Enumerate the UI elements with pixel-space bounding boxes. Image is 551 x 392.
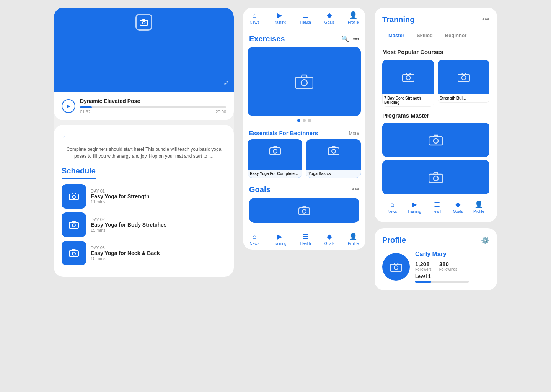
bottom-nav: ⌂ News ▶ Training ☰ Health ◆ Goals 👤 Pro…	[243, 229, 365, 250]
svg-point-21	[434, 139, 438, 143]
schedule-info-1: DAY 01 Easy Yoga for Strength 11 mins	[91, 189, 226, 204]
tabs-row: Master Skilled Beginner	[382, 30, 489, 42]
schedule-item-2[interactable]: DAY 02 Easy Yoga for Body Stretches 15 m…	[62, 212, 226, 237]
more-link[interactable]: More	[349, 131, 359, 136]
carousel-slide[interactable]	[248, 47, 361, 116]
svg-rect-0	[140, 20, 148, 25]
right-health-icon: ☰	[434, 200, 440, 209]
bottom-nav-training[interactable]: ▶ Training	[273, 232, 287, 246]
schedule-day-1: DAY 01	[91, 189, 226, 193]
carousel-dots	[248, 119, 361, 122]
level-label: Level 1	[415, 274, 489, 279]
description-text: Complete beginners should start here! Th…	[62, 146, 226, 160]
svg-rect-4	[69, 222, 78, 228]
svg-rect-22	[429, 174, 443, 183]
program-card-1[interactable]	[382, 122, 489, 157]
schedule-item-3[interactable]: DAY 03 Easy Yoga for Neck & Back 10 mins	[62, 241, 226, 265]
followings-stat: 380 Followings	[439, 261, 457, 271]
svg-point-15	[302, 209, 306, 213]
back-button[interactable]: ←	[62, 132, 226, 141]
schedule-thumb-2	[62, 212, 86, 237]
middle-panel: ⌂ News ▶ Training ☰ Health ◆ Goals 👤 Pro…	[243, 8, 365, 250]
essentials-label-1: Easy Yoga For Complete...	[248, 170, 302, 178]
svg-point-7	[72, 252, 75, 255]
profile-stats: 1,208 Followers 380 Followings	[415, 261, 489, 271]
right-nav-profile[interactable]: 👤 Profile	[473, 200, 484, 214]
svg-point-19	[461, 76, 466, 80]
bottom-nav-profile[interactable]: 👤 Profile	[348, 232, 359, 246]
popular-card-2[interactable]: Strength Bui...	[438, 60, 489, 107]
play-button[interactable]: ▶	[62, 99, 75, 113]
essentials-card-1[interactable]: Easy Yoga For Complete...	[248, 139, 302, 178]
nav-news[interactable]: ⌂ News	[250, 11, 259, 24]
tab-master[interactable]: Master	[382, 30, 411, 42]
right-nav-health[interactable]: ☰ Health	[432, 200, 443, 214]
schedule-thumb-3	[62, 241, 86, 265]
svg-rect-20	[429, 137, 443, 145]
camera-icon	[135, 14, 152, 31]
svg-rect-12	[328, 148, 339, 155]
most-popular-label: Most Popular Courses	[382, 49, 489, 55]
goals-section: Goals •••	[243, 181, 365, 229]
goals-more-icon[interactable]: •••	[352, 186, 359, 194]
tab-skilled[interactable]: Skilled	[411, 30, 439, 42]
nav-training[interactable]: ▶ Training	[273, 11, 287, 24]
training-title: Tranning	[382, 15, 414, 24]
settings-icon[interactable]: ⚙️	[481, 236, 489, 245]
tab-beginner[interactable]: Beginner	[439, 30, 473, 42]
svg-rect-6	[69, 251, 78, 256]
search-icon[interactable]: 🔍	[341, 35, 349, 42]
followings-count: 380	[439, 261, 457, 267]
bottom-nav-health[interactable]: ☰ Health	[300, 232, 311, 246]
profile-title: Profile	[382, 236, 406, 245]
nav-health[interactable]: ☰ Health	[300, 11, 311, 24]
total-time: 20:00	[215, 109, 226, 114]
fullscreen-button[interactable]: ⤢	[223, 79, 229, 87]
dot-2[interactable]	[303, 119, 306, 122]
schedule-title: Schedule	[62, 167, 96, 179]
programs-label: Programs Master	[382, 112, 489, 119]
play-icon: ▶	[277, 11, 282, 20]
svg-rect-8	[295, 77, 313, 88]
current-time: 01:32	[80, 109, 91, 114]
schedule-name-1: Easy Yoga for Strength	[91, 193, 226, 199]
goals-header: Goals •••	[249, 185, 359, 194]
bottom-nav-news[interactable]: ⌂ News	[250, 233, 259, 246]
right-nav-goals[interactable]: ◆ Goals	[453, 200, 463, 214]
schedule-name-2: Easy Yoga for Body Stretches	[91, 222, 226, 228]
popular-grid: 7 Day Core Strength Building Strength Bu…	[382, 60, 489, 107]
profile-user-info: Carly Mary 1,208 Followers 380 Following…	[415, 251, 489, 283]
progress-bar-container[interactable]	[80, 106, 226, 108]
goals-card[interactable]	[249, 198, 359, 223]
followers-count: 1,208	[415, 261, 432, 267]
schedule-item-1[interactable]: DAY 01 Easy Yoga for Strength 11 mins	[62, 184, 226, 209]
health-icon: ☰	[302, 11, 308, 20]
exercises-header: Exercises 🔍 •••	[243, 28, 365, 47]
avatar	[382, 253, 410, 281]
right-nav-news[interactable]: ⌂ News	[388, 201, 397, 214]
bottom-profile-icon: 👤	[349, 232, 357, 241]
bottom-nav-goals[interactable]: ◆ Goals	[324, 232, 334, 246]
schedule-mins-3: 10 mins	[91, 256, 226, 261]
essentials-label-2: Yoga Basics	[306, 170, 361, 178]
right-nav-training[interactable]: ▶ Training	[408, 200, 421, 214]
program-card-2[interactable]	[382, 160, 489, 194]
essentials-card-2[interactable]: Yoga Basics	[306, 139, 361, 178]
nav-goals[interactable]: ◆ Goals	[324, 11, 334, 24]
popular-card-1[interactable]: 7 Day Core Strength Building	[382, 60, 434, 107]
profile-icon: 👤	[349, 11, 357, 20]
essentials-grid: Easy Yoga For Complete... Yoga Basics	[243, 139, 365, 181]
carousel	[248, 47, 361, 122]
dot-3[interactable]	[308, 119, 311, 122]
right-play-icon: ▶	[412, 200, 417, 209]
goals-icon: ◆	[327, 11, 332, 20]
svg-point-23	[434, 176, 438, 181]
schedule-info-2: DAY 02 Easy Yoga for Body Stretches 15 m…	[91, 217, 226, 232]
nav-profile[interactable]: 👤 Profile	[348, 11, 359, 24]
dot-1[interactable]	[297, 119, 300, 122]
training-more-icon[interactable]: •••	[482, 16, 489, 24]
essentials-header: Essentials For Beginners More	[243, 127, 365, 139]
more-icon[interactable]: •••	[353, 36, 359, 42]
schedule-day-2: DAY 02	[91, 217, 226, 222]
svg-point-1	[143, 21, 145, 24]
